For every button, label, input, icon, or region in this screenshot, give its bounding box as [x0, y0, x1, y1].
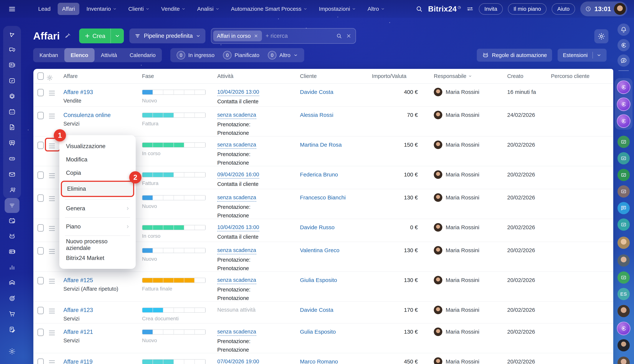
- table-row[interactable]: Affare #121Servizi Nuovo senza scadenzaP…: [33, 324, 613, 353]
- column-header-cliente[interactable]: Cliente: [296, 73, 368, 79]
- view-settings-button[interactable]: [594, 29, 608, 43]
- activity-link[interactable]: senza scadenza: [217, 277, 256, 284]
- row-checkbox[interactable]: [38, 307, 44, 314]
- deal-link[interactable]: Affare #119: [63, 358, 93, 364]
- deal-link[interactable]: Consulenza online: [63, 112, 111, 118]
- client-link[interactable]: Davide Costa: [300, 89, 333, 95]
- sidebar-cart-icon[interactable]: [8, 310, 16, 318]
- sidebar-calendar-icon[interactable]: [8, 108, 16, 116]
- tab-calendario[interactable]: Calendario: [123, 48, 162, 62]
- copilot-icon[interactable]: [617, 98, 630, 111]
- column-header-importo[interactable]: Importo/Valuta: [368, 73, 421, 79]
- row-menu-handle[interactable]: [49, 113, 55, 118]
- phase-progress-bar[interactable]: [142, 330, 206, 334]
- initials-avatar[interactable]: ES: [617, 288, 630, 300]
- avatar[interactable]: [617, 236, 630, 249]
- client-link[interactable]: Gulia Esposito: [300, 329, 336, 335]
- phase-progress-bar[interactable]: [142, 308, 206, 313]
- tab-kanban[interactable]: Kanban: [33, 48, 64, 62]
- nav-item-clienti[interactable]: Clienti: [124, 3, 154, 15]
- row-checkbox[interactable]: [38, 142, 44, 149]
- sidebar-funnel-icon[interactable]: [8, 202, 16, 209]
- menu-item-visualizzazione[interactable]: Visualizzazione: [59, 140, 136, 153]
- copilot-icon[interactable]: [617, 322, 630, 335]
- sidebar-newsfeed-icon[interactable]: [8, 61, 16, 69]
- row-checkbox[interactable]: [38, 329, 44, 336]
- remove-filter-icon[interactable]: [254, 34, 258, 38]
- column-header-affare[interactable]: Affare: [60, 73, 139, 79]
- task-check-icon[interactable]: [617, 218, 630, 231]
- activity-link[interactable]: senza scadenza: [217, 112, 256, 119]
- activity-link[interactable]: senza scadenza: [217, 142, 256, 149]
- client-link[interactable]: Martina De Rosa: [300, 142, 342, 148]
- sidebar-contact-card-icon[interactable]: [8, 248, 16, 255]
- table-row[interactable]: Affare #123Servizi Crea documenti Nessun…: [33, 302, 613, 324]
- row-menu-handle[interactable]: [49, 225, 55, 231]
- grid-settings-gear-icon[interactable]: [46, 74, 60, 81]
- my-plan-button[interactable]: Il mio piano: [508, 3, 546, 15]
- phase-progress-bar[interactable]: [142, 112, 206, 118]
- row-checkbox[interactable]: [38, 194, 44, 202]
- nav-item-lead[interactable]: Lead: [34, 3, 55, 15]
- menu-item-bitrix24-market[interactable]: Bitrix24 Market: [59, 252, 136, 265]
- row-menu-handle[interactable]: [49, 172, 55, 178]
- row-checkbox[interactable]: [38, 89, 44, 96]
- create-button[interactable]: Crea: [79, 28, 124, 43]
- sidebar-tasks-icon[interactable]: [8, 77, 16, 84]
- column-header-responsabile[interactable]: Responsabile: [421, 73, 491, 79]
- owner-cell[interactable]: Maria Rossini: [421, 353, 491, 364]
- client-link[interactable]: Davide Russo: [300, 224, 335, 230]
- create-dropdown-toggle[interactable]: [110, 28, 124, 43]
- table-row[interactable]: Affare #125Servizi (Affare ripetuto) Fat…: [33, 272, 613, 302]
- avatar[interactable]: [617, 305, 630, 317]
- client-link[interactable]: Alessia Rossi: [300, 112, 333, 118]
- sidebar-whiteboard-icon[interactable]: [8, 139, 16, 147]
- client-link[interactable]: Davide Costa: [300, 307, 333, 313]
- task-check-icon[interactable]: [617, 169, 630, 181]
- activity-link[interactable]: senza scadenza: [217, 194, 256, 202]
- phase-progress-bar[interactable]: [142, 248, 206, 253]
- avatar[interactable]: [617, 339, 630, 352]
- owner-cell[interactable]: Maria Rossini: [421, 272, 491, 284]
- activity-link[interactable]: senza scadenza: [217, 247, 256, 254]
- row-menu-handle[interactable]: [49, 248, 55, 254]
- sidebar-booking-icon[interactable]: [8, 217, 16, 224]
- menu-item-nuovo-processo-aziendale[interactable]: Nuovo processo aziendale: [59, 238, 136, 252]
- sidebar-settings-icon[interactable]: [8, 348, 16, 355]
- deal-link[interactable]: Affare #123: [63, 307, 93, 314]
- table-row[interactable]: Consulenza onlineServizi Fattura senza s…: [33, 107, 613, 136]
- sidebar-chat-icon[interactable]: [8, 46, 16, 53]
- counter-pianificato[interactable]: 0Pianificato: [223, 51, 259, 60]
- pipeline-selector[interactable]: Pipeline predefinita: [129, 28, 205, 43]
- sidebar-target-icon[interactable]: [8, 295, 16, 302]
- row-menu-handle[interactable]: [49, 308, 55, 314]
- filter-chip[interactable]: Affari in corso: [213, 30, 262, 41]
- phase-progress-bar[interactable]: [142, 359, 206, 364]
- task-check-icon[interactable]: [617, 272, 630, 284]
- sidebar-robot-icon[interactable]: [8, 232, 16, 240]
- deal-link[interactable]: Affare #193: [63, 89, 93, 96]
- counter-altro[interactable]: 0Altro: [268, 51, 298, 60]
- column-header-attivita[interactable]: Attività: [213, 73, 296, 79]
- sidebar-warehouse-icon[interactable]: [8, 279, 16, 286]
- client-link[interactable]: Giulia Esposito: [300, 277, 337, 283]
- task-check-icon[interactable]: [617, 185, 630, 198]
- nav-item-impostazioni[interactable]: Impostazioni: [314, 3, 360, 15]
- menu-item-piano[interactable]: Piano: [59, 220, 136, 233]
- nav-item-altro[interactable]: Altro: [363, 3, 389, 15]
- owner-cell[interactable]: Maria Rossini: [421, 166, 491, 179]
- copilot-icon[interactable]: [617, 39, 630, 51]
- sidebar-chart-icon[interactable]: [8, 264, 16, 271]
- automation-rules-button[interactable]: Regole di automazione: [477, 49, 552, 62]
- phase-progress-bar[interactable]: [142, 142, 206, 148]
- activity-link[interactable]: 09/04/2026 16:00: [217, 172, 259, 179]
- menu-item-copia[interactable]: Copia: [59, 166, 136, 180]
- avatar[interactable]: [617, 356, 630, 364]
- activity-link[interactable]: 07/04/2026 19:00: [217, 358, 259, 364]
- bitrix24-logo[interactable]: Bitrix24 ◷: [428, 5, 461, 13]
- sidebar-group-icon[interactable]: [8, 186, 16, 194]
- owner-cell[interactable]: Maria Rossini: [421, 219, 491, 232]
- owner-cell[interactable]: Maria Rossini: [421, 84, 491, 96]
- client-link[interactable]: Marco Romano: [300, 358, 338, 364]
- client-link[interactable]: Valentina Greco: [300, 247, 339, 253]
